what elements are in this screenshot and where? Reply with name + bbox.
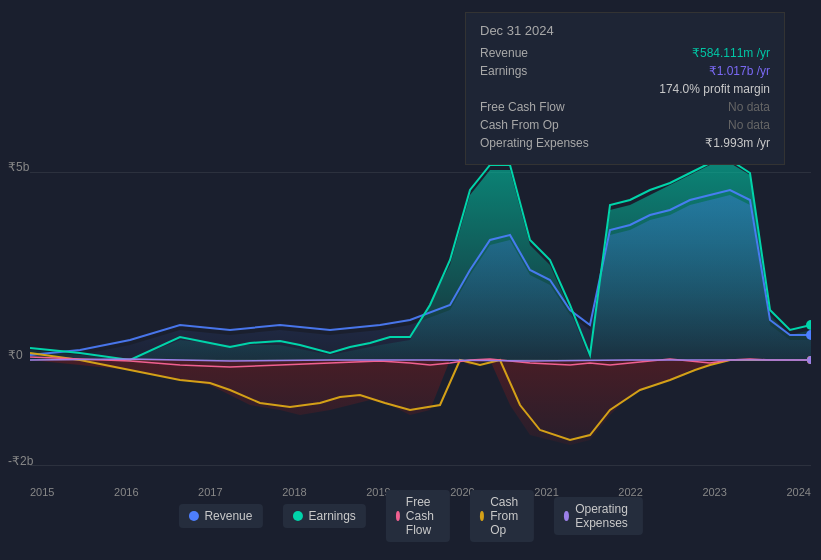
legend-dot-revenue bbox=[188, 511, 198, 521]
profit-margin-row: 174.0% profit margin bbox=[480, 82, 770, 96]
legend-label-opex: Operating Expenses bbox=[575, 502, 632, 530]
tooltip-label-earnings: Earnings bbox=[480, 64, 527, 78]
x-label-2024: 2024 bbox=[786, 486, 810, 498]
legend-item-revenue[interactable]: Revenue bbox=[178, 504, 262, 528]
tooltip-row-revenue: Revenue ₹584.111m /yr bbox=[480, 46, 770, 60]
legend-dot-opex bbox=[564, 511, 569, 521]
legend-dot-cfo bbox=[480, 511, 484, 521]
legend-label-revenue: Revenue bbox=[204, 509, 252, 523]
legend-item-earnings[interactable]: Earnings bbox=[282, 504, 365, 528]
tooltip-row-cfo: Cash From Op No data bbox=[480, 118, 770, 132]
legend-item-cfo[interactable]: Cash From Op bbox=[470, 490, 534, 542]
profit-margin-value: 174.0% profit margin bbox=[659, 82, 770, 96]
legend-label-cfo: Cash From Op bbox=[490, 495, 524, 537]
tooltip-value-fcf: No data bbox=[728, 100, 770, 114]
legend-dot-earnings bbox=[292, 511, 302, 521]
legend-label-earnings: Earnings bbox=[308, 509, 355, 523]
tooltip-label-cfo: Cash From Op bbox=[480, 118, 559, 132]
grid-line-bottom bbox=[30, 465, 811, 466]
x-label-2016: 2016 bbox=[114, 486, 138, 498]
tooltip-label-opex: Operating Expenses bbox=[480, 136, 589, 150]
y-label-5b: ₹5b bbox=[8, 160, 29, 174]
tooltip-value-revenue: ₹584.111m /yr bbox=[692, 46, 770, 60]
legend-dot-fcf bbox=[396, 511, 400, 521]
y-label-0: ₹0 bbox=[8, 348, 23, 362]
tooltip-box: Dec 31 2024 Revenue ₹584.111m /yr Earnin… bbox=[465, 12, 785, 165]
tooltip-date: Dec 31 2024 bbox=[480, 23, 770, 38]
legend-label-fcf: Free Cash Flow bbox=[406, 495, 440, 537]
x-label-2015: 2015 bbox=[30, 486, 54, 498]
earnings-end-dot bbox=[806, 320, 811, 330]
x-label-2023: 2023 bbox=[702, 486, 726, 498]
tooltip-value-earnings: ₹1.017b /yr bbox=[709, 64, 770, 78]
chart-container: Dec 31 2024 Revenue ₹584.111m /yr Earnin… bbox=[0, 0, 821, 560]
chart-svg[interactable] bbox=[30, 155, 811, 465]
legend-item-fcf[interactable]: Free Cash Flow bbox=[386, 490, 450, 542]
legend[interactable]: Revenue Earnings Free Cash Flow Cash Fro… bbox=[178, 490, 642, 542]
tooltip-label-revenue: Revenue bbox=[480, 46, 528, 60]
legend-item-opex[interactable]: Operating Expenses bbox=[554, 497, 643, 535]
tooltip-label-fcf: Free Cash Flow bbox=[480, 100, 565, 114]
tooltip-row-earnings: Earnings ₹1.017b /yr bbox=[480, 64, 770, 78]
tooltip-value-cfo: No data bbox=[728, 118, 770, 132]
tooltip-value-opex: ₹1.993m /yr bbox=[705, 136, 770, 150]
tooltip-row-fcf: Free Cash Flow No data bbox=[480, 100, 770, 114]
tooltip-row-opex: Operating Expenses ₹1.993m /yr bbox=[480, 136, 770, 150]
